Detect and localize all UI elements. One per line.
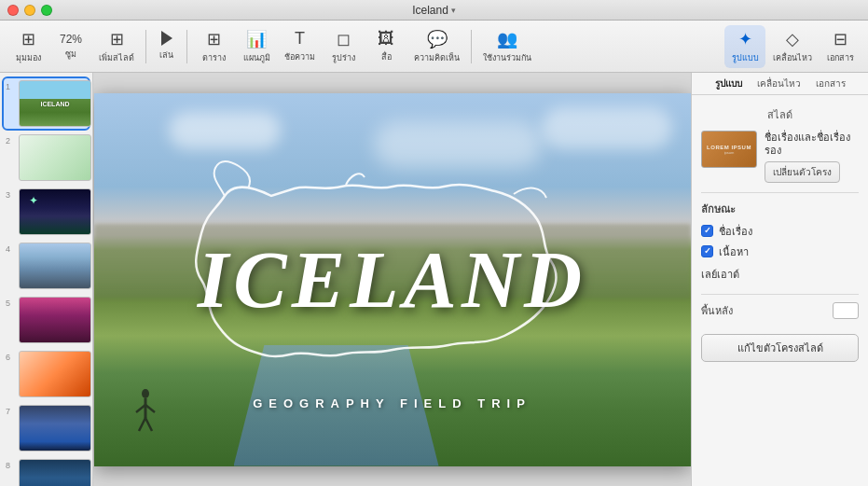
theme-thumbnail: LOREM IPSUM ipsum (701, 131, 757, 168)
view-label: มุมมอง (16, 51, 41, 64)
slide-thumb-4[interactable]: 4 (4, 241, 89, 291)
collab-label: ใช้งานร่วมกัน (483, 51, 531, 64)
close-button[interactable] (7, 5, 19, 16)
play-label: เล่น (159, 49, 173, 62)
toolbar-comment[interactable]: 💬 ความคิดเห็น (408, 25, 465, 68)
layout-row: เลย์เอาต์ (701, 266, 859, 283)
slide-preview-2 (19, 134, 91, 181)
slide-preview-1 (19, 80, 91, 127)
slide-main-title: ICELAND (198, 240, 586, 320)
slide-num-8: 8 (6, 461, 15, 470)
format-label: รูปแบบ (732, 51, 759, 64)
toolbar-collab[interactable]: 👥 ใช้งานร่วมกัน (477, 25, 537, 68)
tab-format[interactable]: รูปแบบ (710, 75, 748, 92)
document-label: เอกสาร (827, 51, 854, 64)
toolbar-view[interactable]: ⊞ มุมมอง (7, 25, 48, 68)
slide-thumb-6[interactable]: 6 (4, 349, 89, 399)
zoom-value: 72% (60, 33, 82, 46)
slide-preview-5 (19, 297, 91, 343)
separator-3 (471, 30, 472, 63)
toolbar-table[interactable]: ⊞ ตาราง (193, 25, 234, 68)
add-slide-icon: ⊞ (110, 29, 124, 49)
slide-preview-4 (19, 243, 91, 289)
animate-label: เคลื่อนไหว (773, 51, 812, 64)
separator-1 (145, 30, 146, 63)
main-area: 1 2 3 4 5 6 7 8 (0, 73, 868, 486)
slide-thumb-8[interactable]: 8 (4, 457, 89, 486)
minimize-button[interactable] (24, 5, 35, 16)
slide-canvas: ICELAND GEOGRAPHY FIELD TRIP (94, 93, 691, 466)
body-checkbox-row: เนื้อหา (701, 243, 859, 260)
toolbar-play[interactable]: เล่น (152, 27, 181, 65)
chart-icon: 📊 (246, 29, 267, 49)
tab-animate[interactable]: เคลื่อนไหว (751, 75, 806, 92)
slide-panel: 1 2 3 4 5 6 7 8 (0, 73, 93, 486)
animate-icon: ◇ (786, 29, 799, 49)
view-icon: ⊞ (21, 29, 35, 49)
window-controls (7, 5, 52, 16)
slide-num-6: 6 (6, 353, 15, 362)
title-checkbox-label: ชื่อเรื่อง (719, 223, 752, 240)
title-chevron-icon[interactable]: ▾ (451, 6, 456, 15)
theme-preview-section: LOREM IPSUM ipsum ชื่อเรื่องและชื่อเรื่อ… (701, 131, 859, 183)
table-icon: ⊞ (207, 29, 221, 49)
text-icon: T (295, 29, 305, 49)
right-sidebar: รูปแบบ เคลื่อนไหว เอกสาร สไลด์ LOREM IPS… (691, 73, 868, 486)
layout-label: เลย์เอาต์ (701, 266, 859, 283)
slide-thumb-7[interactable]: 7 (4, 403, 89, 453)
toolbar-media[interactable]: 🖼 สื่อ (365, 25, 406, 67)
add-slide-label: เพิ่มสไลด์ (99, 51, 134, 64)
slide-preview-8 (19, 459, 91, 486)
zoom-label: ซูม (65, 48, 76, 61)
toolbar-chart[interactable]: 📊 แผนภูมิ (236, 25, 277, 68)
toolbar-text[interactable]: T ช้อความ (279, 25, 321, 67)
toolbar-shape[interactable]: ◻ รูปร่าง (323, 25, 364, 68)
separator-2 (186, 30, 187, 63)
title-checkbox[interactable] (701, 225, 713, 237)
slide-num-4: 4 (6, 244, 15, 254)
sidebar-section-label: สไลด์ (701, 106, 859, 123)
toolbar-animate[interactable]: ◇ เคลื่อนไหว (767, 25, 818, 68)
svg-point-0 (142, 389, 149, 398)
theme-name: ชื่อเรื่องและชื่อเรื่องรอง (765, 131, 859, 158)
toolbar-format[interactable]: ✦ รูปแบบ (724, 25, 765, 68)
slide-preview-7 (19, 405, 91, 451)
media-label: สื่อ (381, 50, 392, 63)
body-checkbox-label: เนื้อหา (719, 243, 749, 260)
maximize-button[interactable] (41, 5, 52, 16)
shape-icon: ◻ (337, 29, 351, 49)
toolbar: ⊞ มุมมอง 72% ซูม ⊞ เพิ่มสไลด์ เล่น ⊞ ตาร… (0, 21, 868, 73)
play-icon (161, 31, 172, 46)
background-swatch[interactable] (833, 302, 859, 319)
slide-title-container: ICELAND (198, 240, 586, 320)
slide-thumb-1[interactable]: 1 (4, 78, 89, 129)
svg-line-5 (145, 418, 152, 431)
slide-num-3: 3 (6, 190, 15, 200)
slide-preview-6 (19, 351, 91, 397)
slide-num-2: 2 (6, 136, 15, 146)
edit-master-button[interactable]: แก้ไขตัวโครงสไลด์ (701, 334, 859, 362)
slide-subtitle-container: GEOGRAPHY FIELD TRIP (253, 396, 531, 410)
toolbar-document[interactable]: ⊟ เอกสาร (820, 25, 861, 68)
toolbar-add-slide[interactable]: ⊞ เพิ่มสไลด์ (93, 25, 140, 68)
divider-2 (701, 294, 859, 295)
document-title: Iceland (412, 4, 448, 17)
background-label: พื้นหลัง (701, 302, 733, 319)
slide-thumb-2[interactable]: 2 (4, 132, 89, 183)
window-title: Iceland ▾ (412, 4, 456, 17)
body-checkbox[interactable] (701, 245, 713, 257)
change-theme-button[interactable]: เปลี่ยนตัวโครง (765, 161, 840, 183)
document-icon: ⊟ (834, 29, 847, 49)
comment-label: ความคิดเห็น (414, 51, 460, 64)
slide-num-1: 1 (6, 82, 15, 91)
canvas-area[interactable]: ICELAND GEOGRAPHY FIELD TRIP (93, 73, 691, 486)
slide-thumb-5[interactable]: 5 (4, 295, 89, 345)
toolbar-zoom[interactable]: 72% ซูม (50, 29, 91, 64)
format-icon: ✦ (738, 29, 752, 49)
divider-1 (701, 192, 859, 193)
sidebar-format-content: สไลด์ LOREM IPSUM ipsum ชื่อเรื่องและชื่… (692, 97, 868, 486)
comment-icon: 💬 (427, 29, 448, 49)
slide-thumb-3[interactable]: 3 (4, 187, 89, 237)
title-checkbox-row: ชื่อเรื่อง (701, 223, 859, 240)
tab-document[interactable]: เอกสาร (810, 75, 851, 92)
